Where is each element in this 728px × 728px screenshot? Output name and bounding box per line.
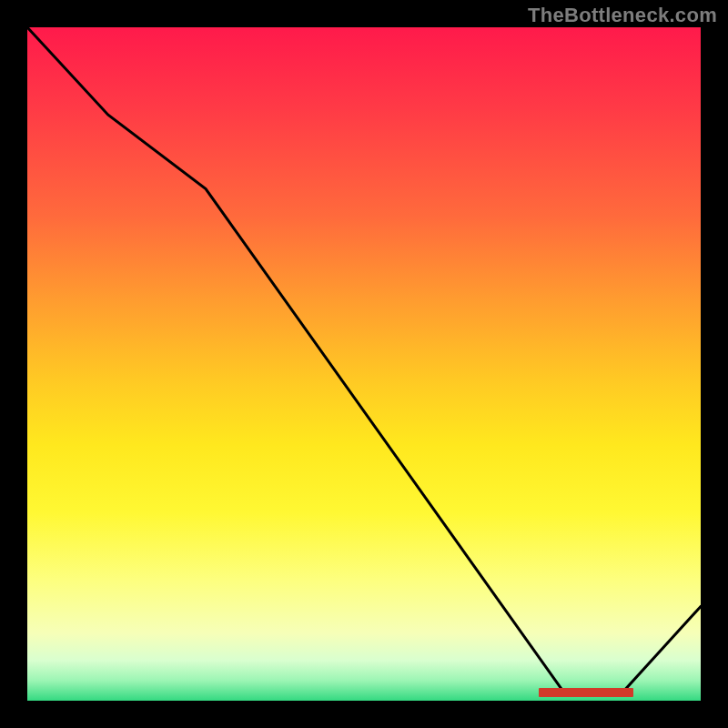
chart-root: TheBottleneck.com [0,0,728,728]
series-curve [27,27,701,695]
chart-svg [27,27,701,701]
valley-marker [539,688,633,697]
watermark-text: TheBottleneck.com [528,4,717,27]
